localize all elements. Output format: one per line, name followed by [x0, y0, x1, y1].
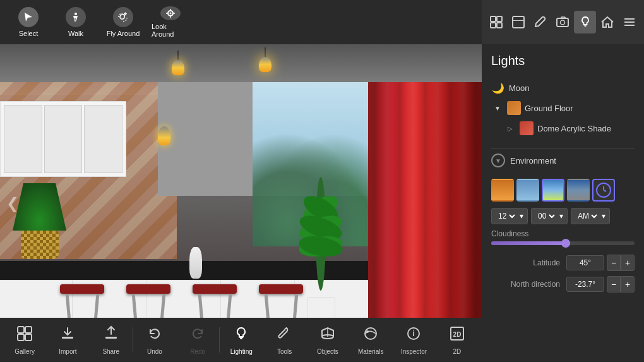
dome-label: Dome Acrylic Shade: [537, 124, 611, 133]
tab-menu[interactable]: [619, 11, 641, 33]
nav-arrow-left[interactable]: ❮: [3, 188, 22, 219]
light-item-dome[interactable]: ▷ Dome Acrylic Shade: [491, 118, 635, 138]
tool-select[interactable]: Select: [6, 3, 51, 41]
sky-preset-morning[interactable]: [516, 179, 539, 202]
look-around-icon: [160, 6, 181, 20]
north-direction-row: North direction -23.7° − +: [491, 276, 635, 293]
hour-select[interactable]: 12 1234 5678 91011 ▾: [491, 208, 528, 224]
svg-rect-13: [25, 334, 32, 341]
undo-button[interactable]: Undo: [133, 321, 176, 359]
cloudiness-thumb[interactable]: [561, 239, 570, 248]
latitude-decrease[interactable]: −: [607, 255, 621, 271]
2d-button[interactable]: 2D 2D: [436, 321, 479, 359]
hour-dropdown[interactable]: 12 1234 5678 91011: [496, 211, 517, 221]
tool-look-around-label: Look Around: [152, 23, 189, 38]
undo-icon: [146, 325, 163, 346]
materials-button[interactable]: Materials: [349, 321, 392, 359]
tab-photo[interactable]: [552, 11, 574, 33]
upper-cabinets: [0, 101, 126, 177]
tool-fly-around-label: Fly Around: [107, 30, 140, 37]
undo-label: Undo: [147, 348, 162, 355]
ampm-select[interactable]: AMPM ▾: [571, 208, 610, 224]
svg-rect-34: [584, 26, 586, 27]
select-icon: [18, 7, 39, 27]
north-direction-decrease[interactable]: −: [607, 276, 621, 293]
redo-button[interactable]: Redo: [176, 321, 219, 359]
import-icon: [59, 325, 76, 346]
moon-label: Moon: [509, 83, 530, 93]
north-direction-increase[interactable]: +: [621, 276, 635, 293]
tab-view[interactable]: [507, 11, 529, 33]
north-direction-value[interactable]: -23.7°: [566, 277, 604, 292]
redo-icon: [189, 325, 206, 346]
env-collapse-icon: ▼: [491, 154, 505, 167]
tab-layout[interactable]: [485, 11, 507, 33]
svg-point-19: [365, 328, 376, 339]
tab-home[interactable]: [596, 11, 618, 33]
svg-rect-12: [18, 334, 24, 341]
plant-right: [283, 171, 359, 322]
cloudiness-label: Cloudiness: [491, 229, 635, 238]
sky-preset-dawn[interactable]: [491, 179, 514, 202]
environment-label: Environment: [510, 156, 556, 166]
svg-point-0: [75, 13, 77, 15]
expand-icon: ▼: [491, 102, 504, 114]
tab-light[interactable]: [574, 11, 596, 33]
sky-preset-noon[interactable]: [542, 179, 564, 202]
tool-look-around[interactable]: Look Around: [148, 3, 193, 41]
import-label: Import: [59, 348, 76, 355]
tools-button[interactable]: Tools: [263, 321, 306, 359]
latitude-row: Latitude 45° − +: [491, 255, 635, 271]
svg-text:2D: 2D: [453, 331, 461, 338]
objects-button[interactable]: Objects: [306, 321, 349, 359]
2d-label: 2D: [453, 348, 461, 355]
svg-point-32: [561, 20, 565, 25]
inspector-icon: i: [405, 325, 422, 346]
inspector-button[interactable]: i Inspector: [392, 321, 435, 359]
floor-thumb: [507, 101, 521, 115]
ampm-dropdown[interactable]: AMPM: [575, 211, 599, 221]
tab-paint[interactable]: [530, 11, 552, 33]
svg-rect-31: [557, 18, 568, 27]
right-panel-tabs: [482, 0, 644, 44]
cloudiness-slider[interactable]: [491, 241, 635, 245]
svg-rect-26: [497, 16, 502, 21]
lighting-button[interactable]: Lighting: [220, 321, 263, 359]
materials-label: Materials: [358, 348, 384, 355]
materials-icon: [362, 325, 379, 346]
fly-around-icon: [113, 7, 133, 27]
objects-label: Objects: [317, 348, 338, 355]
tool-walk[interactable]: Walk: [54, 3, 98, 41]
light-item-ground-floor[interactable]: ▼ Ground Floor: [491, 98, 635, 118]
latitude-controls: − +: [607, 255, 635, 271]
walk-icon: [66, 7, 86, 27]
minute-select[interactable]: 00153045 ▾: [531, 208, 568, 224]
viewport[interactable]: ❮: [0, 44, 482, 362]
svg-rect-27: [491, 23, 496, 28]
moon-thumb: 🌙: [491, 81, 505, 95]
sky-preset-sunset[interactable]: [567, 179, 590, 202]
time-controls: 12 1234 5678 91011 ▾ 00153045 ▾ AMPM ▾: [491, 208, 635, 224]
lighting-icon: [233, 325, 249, 346]
sky-presets: [491, 179, 635, 202]
redo-label: Redo: [190, 348, 205, 355]
tool-fly-around[interactable]: Fly Around: [101, 3, 145, 41]
svg-rect-11: [25, 327, 32, 333]
right-panel: Lights 🌙 Moon ▼ Ground Floor ▷ Dome Acry…: [482, 0, 644, 362]
share-label: Share: [102, 348, 119, 355]
sky-preset-clock[interactable]: [592, 179, 615, 202]
inspector-label: Inspector: [401, 348, 427, 355]
north-direction-controls: − +: [607, 276, 635, 293]
light-item-moon[interactable]: 🌙 Moon: [491, 78, 635, 98]
latitude-increase[interactable]: +: [621, 255, 635, 271]
gallery-label: Gallery: [15, 348, 35, 355]
minute-dropdown[interactable]: 00153045: [535, 211, 557, 221]
import-button[interactable]: Import: [46, 321, 89, 359]
environment-header[interactable]: ▼ Environment: [491, 148, 635, 172]
hour-chevron: ▾: [520, 212, 523, 220]
cloudiness-fill: [491, 241, 570, 245]
gallery-button[interactable]: Gallery: [3, 321, 46, 359]
svg-point-20: [366, 330, 369, 333]
latitude-value[interactable]: 45°: [566, 255, 604, 270]
share-button[interactable]: Share: [90, 321, 133, 359]
